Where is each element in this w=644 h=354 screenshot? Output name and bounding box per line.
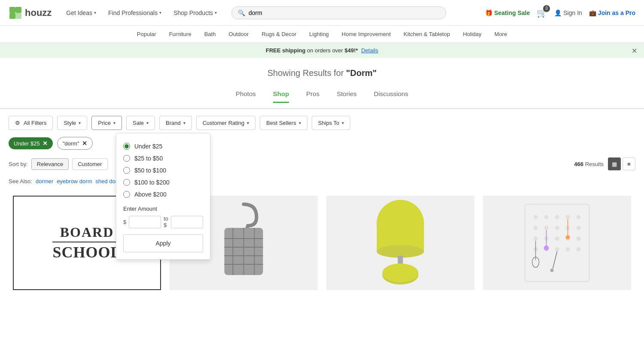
see-also-section: See Also: dormer eyebrow dorm shed dorme… (0, 176, 644, 191)
svg-rect-3 (15, 13, 21, 19)
tab-stories[interactable]: Stories (337, 90, 357, 103)
chevron-down-icon: ▾ (113, 121, 115, 125)
price-option-100to200[interactable]: $100 to $200 (123, 176, 203, 188)
results-header: Showing Results for "Dorm" (0, 58, 644, 85)
list-view-button[interactable]: ≡ (623, 157, 635, 170)
product-image-3 (326, 196, 474, 290)
price-min-input[interactable] (129, 216, 161, 228)
chevron-down-icon: ▾ (342, 121, 344, 125)
brand-filter-button[interactable]: Brand ▾ (159, 116, 192, 130)
board-school-text: BOARD SCHOOL (52, 225, 121, 261)
cat-lighting[interactable]: Lighting (309, 31, 329, 37)
product-card-4[interactable] (479, 191, 635, 294)
svg-point-39 (577, 247, 581, 251)
tab-pros[interactable]: Pros (306, 90, 319, 103)
nav-find-professionals[interactable]: Find Professionals ▾ (102, 6, 167, 20)
search-icon: 🔍 (238, 9, 245, 16)
svg-point-22 (555, 215, 559, 219)
svg-point-32 (555, 236, 559, 241)
sign-in-button[interactable]: 👤 Sign In (554, 9, 582, 16)
product-card-3[interactable] (322, 191, 479, 294)
cat-outdoor[interactable]: Outdoor (228, 31, 249, 37)
svg-point-47 (550, 269, 554, 272)
price-option-25to50[interactable]: $25 to $50 (123, 152, 203, 164)
price-dropdown: Under $25 $25 to $50 $50 to $100 $100 to… (116, 133, 210, 260)
all-filters-button[interactable]: ⚙ All Filters (9, 116, 53, 130)
logo[interactable]: houzz (9, 6, 52, 20)
nav-shop-products[interactable]: Shop Products ▾ (167, 6, 223, 20)
best-sellers-filter-button[interactable]: Best Sellers ▾ (260, 116, 307, 130)
filters-bar: ⚙ All Filters Style ▾ Price ▾ Sale ▾ Bra… (0, 109, 644, 137)
svg-point-18 (383, 263, 419, 282)
svg-rect-0 (9, 7, 15, 13)
see-also-label: See Also: (9, 178, 32, 185)
svg-point-29 (577, 226, 581, 230)
active-filter-dorm[interactable]: "dorm" ✕ (57, 137, 93, 150)
see-also-dormer[interactable]: dormer (36, 178, 53, 185)
cat-kitchen-tabletop[interactable]: Kitchen & Tabletop (404, 31, 450, 37)
category-navigation: Popular Furniture Bath Outdoor Rugs & De… (0, 26, 644, 43)
logo-text: houzz (25, 7, 52, 18)
results-count-area: 466 Results ▦ ≡ (574, 157, 635, 170)
remove-dorm-icon[interactable]: ✕ (82, 140, 87, 147)
price-filter-button[interactable]: Price ▾ (91, 116, 122, 130)
price-option-25to50-label: $25 to $50 (134, 155, 163, 162)
view-toggle: ▦ ≡ (608, 157, 635, 170)
price-option-above200[interactable]: Above $200 (123, 188, 203, 200)
svg-point-21 (544, 215, 549, 219)
close-icon[interactable]: ✕ (632, 46, 637, 54)
cat-rugs-decor[interactable]: Rugs & Decor (261, 31, 296, 37)
cat-more[interactable]: More (495, 31, 507, 37)
sale-filter-button[interactable]: Sale ▾ (126, 116, 155, 130)
cat-furniture[interactable]: Furniture (169, 31, 191, 37)
product-image-4 (483, 196, 631, 290)
svg-point-38 (566, 247, 570, 251)
nav-get-ideas[interactable]: Get Ideas ▾ (60, 6, 102, 20)
customer-rating-filter-button[interactable]: Customer Rating ▾ (196, 116, 256, 130)
sort-customer-button[interactable]: Customer (72, 158, 107, 170)
cart-icon[interactable]: 🛒 0 (537, 8, 547, 18)
price-option-under25[interactable]: Under $25 (123, 140, 203, 152)
active-filter-dorm-label: "dorm" (63, 140, 79, 147)
join-pro-button[interactable]: 💼 Join as a Pro (589, 9, 635, 16)
see-also-eyebrow-dorm[interactable]: eyebrow dorm (57, 178, 92, 185)
chevron-down-icon: ▾ (146, 121, 149, 125)
apply-button[interactable]: Apply (123, 234, 203, 252)
cat-bath[interactable]: Bath (204, 31, 216, 37)
search-bar: 🔍 (231, 6, 446, 19)
amount-inputs: $ to $ (123, 215, 203, 228)
seating-sale-link[interactable]: 🎁 Seating Sale (485, 9, 530, 16)
price-option-under25-label: Under $25 (134, 143, 162, 150)
remove-under25-icon[interactable]: ✕ (43, 140, 48, 147)
banner-details-link[interactable]: Details (361, 47, 378, 54)
price-option-50to100-label: $50 to $100 (134, 167, 166, 174)
banner-text: on orders over (307, 47, 344, 54)
svg-point-27 (555, 226, 559, 230)
cart-badge: 0 (543, 5, 550, 12)
filter-icon: ⚙ (15, 120, 20, 126)
tab-discussions[interactable]: Discussions (374, 90, 408, 103)
sort-bar: Sort by: Relevance Customer 466 Results … (0, 155, 644, 176)
cat-holiday[interactable]: Holiday (463, 31, 481, 37)
results-prefix: Showing Results for (267, 68, 346, 78)
tab-shop[interactable]: Shop (273, 90, 289, 103)
chevron-down-icon: ▾ (247, 121, 249, 125)
chevron-down-icon: ▾ (94, 10, 96, 15)
svg-point-24 (577, 215, 581, 219)
svg-rect-1 (15, 7, 21, 13)
sort-relevance-button[interactable]: Relevance (31, 158, 69, 170)
price-max-input[interactable] (171, 216, 203, 228)
cat-home-improvement[interactable]: Home Improvement (342, 31, 391, 37)
banner-amount: $49!* (345, 47, 358, 54)
search-tabs: Photos Shop Pros Stories Discussions (0, 85, 644, 109)
style-filter-button[interactable]: Style ▾ (57, 116, 87, 130)
tab-photos[interactable]: Photos (236, 90, 256, 103)
active-filter-under25[interactable]: Under $25 ✕ (9, 137, 53, 149)
ships-to-filter-button[interactable]: Ships To ▾ (312, 116, 351, 130)
price-option-50to100[interactable]: $50 to $100 (123, 164, 203, 176)
grid-view-button[interactable]: ▦ (608, 157, 621, 170)
svg-point-26 (544, 226, 549, 230)
cat-popular[interactable]: Popular (137, 31, 156, 37)
search-input[interactable] (249, 9, 440, 16)
gift-icon: 🎁 (485, 9, 492, 16)
